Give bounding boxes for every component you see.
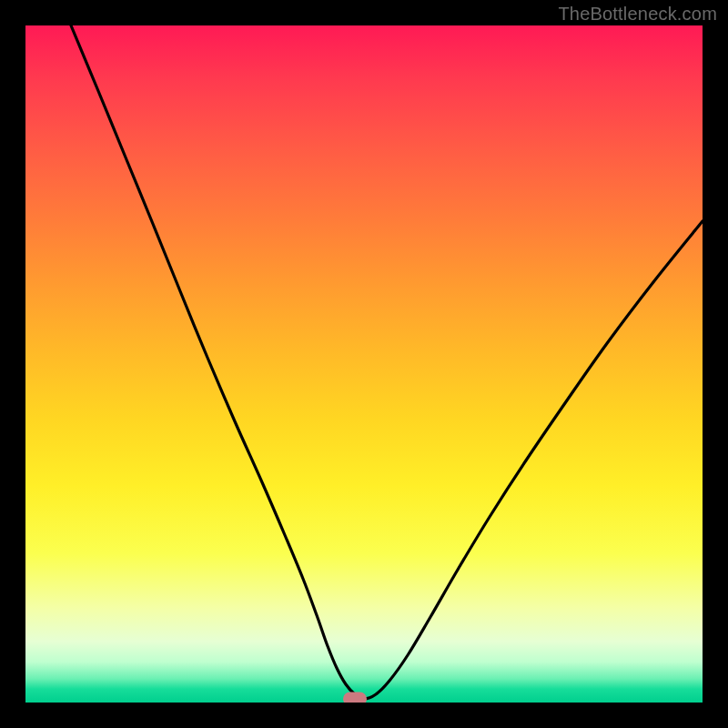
bottleneck-curve-path xyxy=(71,25,703,699)
plot-area xyxy=(25,25,703,703)
curve-layer xyxy=(25,25,703,703)
watermark-text: TheBottleneck.com xyxy=(558,4,717,25)
optimal-point-marker xyxy=(343,693,367,703)
chart-frame: TheBottleneck.com xyxy=(0,0,728,728)
